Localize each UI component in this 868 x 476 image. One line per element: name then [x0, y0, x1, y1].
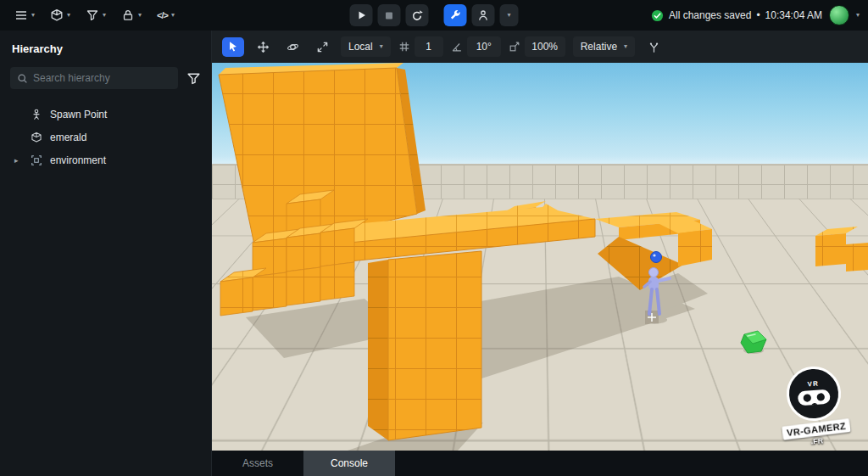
search-icon — [17, 73, 28, 84]
hierarchy-title: Hierarchy — [12, 42, 201, 55]
tree-item-label: environment — [50, 154, 106, 166]
right-wall-cubes[interactable] — [815, 227, 868, 272]
viewport-toolbar: Local ▾ Relative ▾ — [212, 31, 868, 63]
scale-snap-input[interactable] — [525, 36, 565, 57]
tree-item-spawn-point[interactable]: Spawn Point — [10, 103, 201, 126]
code-menu-button[interactable]: </> ▾ — [151, 7, 181, 24]
rotate-snap-input[interactable] — [467, 36, 501, 57]
tab-assets[interactable]: Assets — [212, 451, 303, 476]
topbar-right-group: All changes saved • 10:34:04 AM ▾ — [651, 5, 860, 25]
scale-snap-icon — [509, 41, 520, 53]
playback-controls: ▾ — [350, 0, 519, 31]
save-status-text: All changes saved — [669, 9, 751, 21]
play-icon — [356, 10, 366, 20]
person-icon — [477, 9, 490, 22]
spawn-point-icon — [31, 109, 42, 120]
cube-icon — [50, 8, 64, 22]
position-mode-dropdown[interactable]: Relative ▾ — [573, 36, 635, 57]
grid-snap-group — [398, 36, 443, 57]
caret-down-icon: ▾ — [380, 43, 383, 50]
caret-down-icon: ▾ — [31, 12, 35, 19]
tree-item-label: emerald — [50, 132, 86, 143]
avatar-head — [649, 268, 659, 277]
cube-icon — [31, 132, 42, 143]
build-mode-button[interactable] — [444, 4, 467, 26]
branch-icon — [648, 41, 660, 53]
caret-down-icon: ▾ — [67, 12, 70, 19]
tab-console[interactable]: Console — [303, 451, 395, 476]
undo-icon — [411, 9, 424, 22]
hierarchy-search-row — [10, 67, 201, 89]
account-caret-icon[interactable]: ▾ — [856, 12, 860, 19]
cursor-icon — [227, 41, 239, 53]
objects-menu-button[interactable]: ▾ — [44, 5, 76, 25]
grid-snap-input[interactable] — [415, 36, 443, 57]
expand-chevron-icon[interactable]: ▸ — [14, 156, 23, 165]
script-gizmo-ball[interactable] — [651, 252, 662, 263]
watermark-vr-text: VR — [807, 380, 819, 389]
orbit-icon — [287, 41, 299, 53]
topbar-menu-group: ▾ ▾ ▾ ▾ </> ▾ — [8, 5, 181, 25]
preview-options-button[interactable]: ▾ — [500, 4, 519, 26]
status-separator: • — [756, 9, 760, 21]
lock-icon — [121, 8, 135, 22]
space-mode-value: Local — [348, 41, 373, 53]
normals-tool-button[interactable] — [643, 37, 665, 57]
viewport-3d[interactable]: VR VR-GAMERZ .FR — [212, 63, 868, 451]
vr-gamerz-watermark: VR VR-GAMERZ .FR — [767, 363, 862, 448]
grid-snap-icon — [398, 41, 410, 53]
hierarchy-filter-icon[interactable] — [186, 71, 201, 86]
select-tool-button[interactable] — [222, 37, 244, 57]
stage: Local ▾ Relative ▾ — [212, 31, 868, 476]
caret-down-icon: ▾ — [138, 12, 142, 19]
hierarchy-panel: Hierarchy Spawn Point emerald ▸ environm… — [0, 31, 212, 476]
group-icon — [31, 154, 42, 166]
angle-snap-icon — [451, 41, 463, 53]
caret-down-icon: ▾ — [103, 12, 106, 19]
rotate-tool-button[interactable] — [281, 37, 303, 57]
main-menu-button[interactable]: ▾ — [8, 5, 41, 25]
move-tool-button[interactable] — [252, 37, 274, 57]
hierarchy-search-input[interactable] — [33, 72, 171, 84]
check-circle-icon — [651, 9, 664, 22]
wrench-icon — [449, 9, 462, 22]
funnel-icon — [86, 8, 99, 22]
save-status-time: 10:34:04 AM — [765, 9, 822, 21]
hierarchy-tree: Spawn Point emerald ▸ environment — [10, 103, 201, 171]
user-avatar[interactable] — [829, 5, 849, 25]
scale-snap-group — [509, 36, 565, 57]
caret-down-icon: ▾ — [171, 12, 175, 19]
top-bar: ▾ ▾ ▾ ▾ </> ▾ — [0, 0, 868, 31]
lock-menu-button[interactable]: ▾ — [115, 5, 147, 25]
tree-item-label: Spawn Point — [50, 109, 107, 120]
watermark-badge: VR — [785, 365, 843, 423]
position-mode-value: Relative — [581, 41, 617, 53]
save-status: All changes saved • 10:34:04 AM — [651, 9, 822, 22]
vr-headset-icon — [796, 388, 832, 409]
stop-icon — [385, 11, 394, 20]
undo-button[interactable] — [406, 4, 429, 26]
support-columns[interactable] — [368, 251, 481, 440]
main-area: Hierarchy Spawn Point emerald ▸ environm… — [0, 31, 868, 476]
play-button[interactable] — [350, 4, 373, 26]
caret-down-icon: ▾ — [507, 12, 510, 19]
bottom-tab-bar: Assets Console — [212, 451, 868, 476]
hierarchy-search-box[interactable] — [10, 67, 178, 89]
preview-avatar-button[interactable] — [472, 4, 495, 26]
tree-item-emerald[interactable]: emerald — [10, 126, 201, 148]
scale-tool-button[interactable] — [311, 37, 333, 57]
filter-menu-button[interactable]: ▾ — [80, 5, 112, 25]
move-icon — [257, 41, 270, 53]
rotate-snap-group — [451, 36, 501, 57]
expand-arrows-icon — [316, 41, 329, 53]
hamburger-icon — [14, 8, 28, 22]
space-mode-dropdown[interactable]: Local ▾ — [341, 36, 391, 57]
code-icon: </> — [157, 10, 168, 20]
tree-item-environment[interactable]: ▸ environment — [10, 148, 201, 171]
caret-down-icon: ▾ — [624, 43, 627, 50]
stop-button[interactable] — [378, 4, 401, 26]
